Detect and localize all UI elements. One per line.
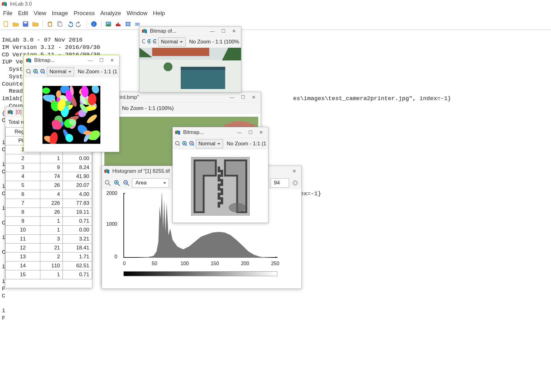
gear-icon[interactable] (292, 179, 299, 187)
app-title: ImLab 3.0 (10, 1, 32, 7)
copy-button[interactable] (56, 20, 64, 28)
menu-file[interactable]: File (3, 10, 13, 17)
table-row[interactable]: 122118.41 (6, 244, 92, 253)
minimize-icon[interactable]: ― (210, 28, 215, 34)
svg-point-42 (105, 180, 109, 184)
menu-analyze[interactable]: Analyze (100, 10, 121, 17)
zoom-in-icon[interactable] (114, 180, 120, 186)
svg-rect-15 (126, 22, 131, 26)
image-view[interactable] (24, 78, 119, 152)
zoom-fit-icon[interactable] (175, 140, 180, 147)
new-file-button[interactable] (2, 20, 10, 28)
zoom-status: No Zoom - 1:1 (100%) (120, 105, 174, 111)
zoom-fit-icon[interactable] (141, 38, 145, 45)
zoom-out-icon[interactable] (123, 180, 130, 186)
bitmap-blobs-window[interactable]: Bitmap... ― ☐ ✕ Normal No Zoom - 1:1 (1 (23, 55, 119, 152)
zoom-status: No Zoom - 1:1 (100% (187, 39, 239, 45)
svg-point-68 (26, 69, 30, 73)
open-file-button[interactable] (12, 20, 20, 28)
minimize-icon[interactable]: ― (230, 95, 234, 100)
results-index: [0] (16, 109, 22, 115)
table-row[interactable]: 82619.11 (6, 208, 92, 217)
close-icon[interactable]: ✕ (259, 130, 263, 135)
svg-point-124 (83, 131, 92, 135)
maximize-icon[interactable]: ☐ (241, 95, 245, 100)
svg-line-58 (179, 145, 180, 147)
svg-line-64 (193, 145, 194, 147)
close-icon[interactable]: ✕ (292, 168, 296, 174)
zoom-fit-icon[interactable] (104, 180, 111, 186)
table-row[interactable]: 644.00 (6, 190, 92, 199)
minimize-icon[interactable]: ― (237, 130, 242, 135)
histogram-max-field[interactable]: 94 (271, 178, 289, 188)
zoom-mode-select[interactable]: Normal (47, 67, 74, 76)
table-row[interactable]: 47441.90 (6, 172, 92, 181)
table-row[interactable]: 1321.71 (6, 253, 92, 261)
table-row[interactable]: 1411062.51 (6, 261, 92, 270)
svg-point-57 (175, 141, 179, 145)
menu-view[interactable]: View (34, 10, 46, 17)
menu-image[interactable]: Image (52, 10, 68, 17)
maximize-icon[interactable]: ☐ (221, 28, 225, 34)
table-row[interactable]: 398.24 (6, 163, 92, 172)
window-title: Bitmap of... (150, 28, 176, 34)
svg-text:3D: 3D (135, 22, 140, 26)
menu-process[interactable]: Process (74, 10, 95, 17)
window-title: Bitmap... (34, 57, 55, 63)
svg-text:i: i (93, 22, 95, 26)
zoom-in-icon[interactable] (147, 38, 151, 45)
svg-point-67 (229, 203, 246, 212)
histogram-button[interactable] (114, 20, 122, 28)
zoom-out-icon[interactable] (152, 38, 156, 45)
menu-edit[interactable]: Edit (18, 10, 28, 17)
menu-window[interactable]: Window (127, 10, 147, 17)
zoom-out-icon[interactable] (189, 140, 194, 147)
open-folder-button[interactable] (31, 20, 39, 28)
zoom-fit-icon[interactable] (26, 68, 31, 75)
close-icon[interactable]: ✕ (252, 95, 256, 100)
svg-rect-38 (181, 67, 225, 89)
zoom-mode-select[interactable]: Normal (158, 37, 186, 46)
table-row[interactable]: 910.71 (6, 217, 92, 226)
zoom-out-icon[interactable] (40, 68, 45, 75)
svg-point-27 (142, 39, 145, 43)
image-view[interactable] (139, 48, 241, 92)
table-row[interactable]: 52620.07 (6, 181, 92, 190)
ytick: 1000 (102, 221, 117, 227)
menu-help[interactable]: Help (153, 10, 165, 17)
image-view[interactable] (173, 150, 268, 223)
app-logo-icon (104, 169, 110, 173)
svg-rect-40 (152, 48, 209, 56)
zoom-in-icon[interactable] (33, 68, 38, 75)
table-row[interactable]: 1133.21 (6, 235, 92, 244)
info-button[interactable]: i (90, 20, 98, 28)
window-title: bird.bmp" (104, 94, 227, 100)
close-icon[interactable]: ✕ (110, 58, 114, 63)
xtick: 0 (120, 261, 129, 266)
table-button[interactable] (124, 20, 132, 28)
table-row[interactable]: 1010.00 (6, 226, 92, 235)
table-row[interactable]: 1510.71 (6, 270, 92, 279)
paste-button[interactable] (46, 20, 54, 28)
zoom-mode-select[interactable]: Normal (196, 139, 223, 148)
maximize-icon[interactable]: ☐ (99, 58, 103, 63)
app-titlebar: ImLab 3.0 (0, 0, 551, 8)
table-row[interactable]: 722677.83 (6, 199, 92, 208)
close-icon[interactable]: ✕ (232, 28, 236, 34)
svg-rect-39 (181, 67, 225, 70)
table-row[interactable]: 210.00 (6, 154, 92, 163)
bitmap-of-window[interactable]: Bitmap of... ― ☐ ✕ Normal No Zoom - 1:1 … (139, 26, 241, 92)
histogram-mode-select[interactable]: Area (132, 178, 169, 188)
redo-button[interactable] (75, 20, 83, 28)
bitmap-circuit-window[interactable]: Bitmap... ― ☐ ✕ Normal No Zoom - 1:1 (1 (172, 127, 268, 223)
maximize-icon[interactable]: ☐ (248, 130, 252, 135)
undo-button[interactable] (66, 20, 74, 28)
minimize-icon[interactable]: ― (88, 58, 93, 63)
xtick: 50 (150, 261, 159, 266)
zoom-in-icon[interactable] (182, 140, 187, 147)
main-toolbar: i 3D (0, 19, 551, 30)
app-logo-icon (8, 110, 13, 114)
image-view-button[interactable] (104, 20, 112, 28)
save-button[interactable] (22, 20, 30, 28)
svg-marker-9 (78, 21, 80, 24)
